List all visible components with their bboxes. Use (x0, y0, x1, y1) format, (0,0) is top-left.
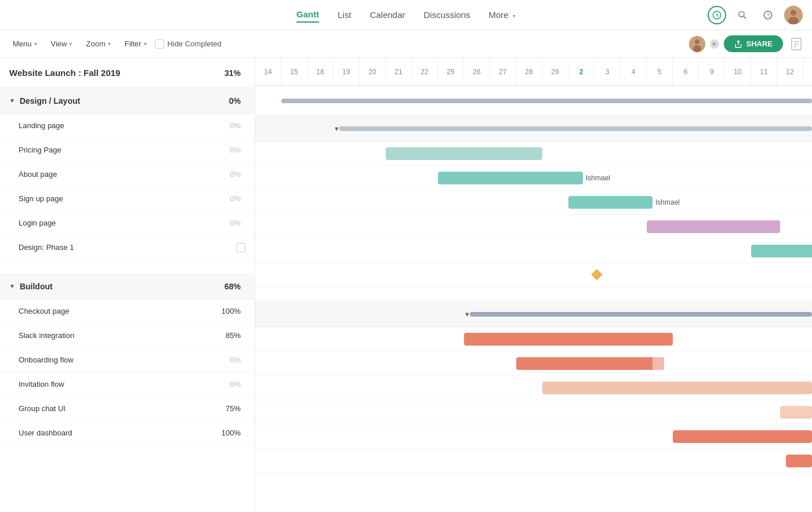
svg-point-9 (695, 39, 699, 44)
collapse-icon: ▼ (9, 283, 15, 289)
filter-chevron-icon: ▾ (144, 41, 147, 47)
task-onboarding-flow[interactable]: Onboarding flow 0% (0, 348, 255, 372)
help-icon[interactable]: ? (759, 6, 777, 24)
top-nav-right: ? (708, 6, 803, 24)
top-nav: Gantt List Calendar Discussions More ▾ ? (0, 0, 812, 30)
task-checkout-page[interactable]: Checkout page 100% (0, 299, 255, 324)
invitation-bar (780, 406, 812, 419)
date-3: 3 (594, 58, 621, 85)
svg-line-2 (744, 16, 746, 18)
task-landing-page[interactable]: Landing page 0% (0, 114, 255, 138)
user-avatar-small[interactable] (689, 36, 705, 52)
spacer (0, 260, 255, 274)
gantt-task-designphase-row (255, 263, 812, 288)
collapse-icon: ▼ (9, 97, 15, 104)
about-label: Ishmael (655, 198, 680, 206)
share-button[interactable]: SHARE (724, 35, 783, 52)
gantt-task-checkout-row (255, 327, 812, 351)
svg-text:▾: ▾ (712, 40, 716, 48)
checkout-bar (464, 333, 673, 346)
login-bar (751, 245, 812, 257)
gantt-task-onboarding-row (255, 376, 812, 400)
date-18: 18 (307, 58, 334, 85)
group2-gantt-bar (470, 312, 812, 317)
document-icon[interactable] (788, 35, 805, 53)
svg-text:?: ? (767, 12, 770, 18)
gantt-task-pricing-row: Ishmael (255, 166, 812, 190)
date-10: 10 (725, 58, 751, 85)
main-content: Website Launch : Fall 2019 31% ▼ Design … (0, 58, 812, 512)
userdash-bar (786, 455, 812, 467)
about-bar (568, 196, 652, 209)
pricing-label: Ishmael (586, 174, 610, 182)
gantt-task-landing-row (255, 141, 812, 166)
group-name: Buildout (20, 282, 211, 291)
filter-button[interactable]: Filter ▾ (119, 37, 153, 51)
gantt-panel: 14 15 18 19 20 21 22 25 26 27 28 29 2 3 … (255, 58, 812, 512)
date-27: 27 (490, 58, 516, 85)
tab-calendar[interactable]: Calendar (370, 8, 405, 22)
gantt-header: 14 15 18 19 20 21 22 25 26 27 28 29 2 3 … (255, 58, 812, 86)
task-design-phase1[interactable]: Design: Phase 1 (0, 235, 255, 260)
task-user-dashboard[interactable]: User dashboard 100% (0, 421, 255, 445)
task-pricing-page[interactable]: Pricing Page 0% (0, 138, 255, 162)
hide-completed-checkbox[interactable] (155, 39, 164, 49)
task-login-page[interactable]: Login page 0% (0, 211, 255, 235)
toolbar: Menu ▾ View ▾ Zoom ▾ Filter ▾ Hide Compl… (0, 30, 812, 58)
tab-list[interactable]: List (338, 8, 351, 22)
gantt-task-login-row (255, 239, 812, 263)
date-2: 2 (568, 58, 594, 85)
date-29: 29 (542, 58, 568, 85)
svg-point-10 (693, 45, 701, 52)
pricing-bar (438, 172, 583, 184)
chevron-down-icon: ▾ (513, 13, 516, 19)
task-checkbox[interactable] (236, 243, 245, 252)
milestone-diamond (591, 268, 603, 280)
signup-bar (647, 220, 780, 233)
tab-more[interactable]: More ▾ (489, 8, 516, 22)
groupchat-bar (673, 430, 812, 443)
slack-bar (516, 357, 664, 370)
view-button[interactable]: View ▾ (45, 37, 78, 51)
date-6: 6 (673, 58, 699, 85)
project-percent: 31% (211, 68, 245, 78)
gantt-task-signup-row (255, 215, 812, 239)
group-design-layout[interactable]: ▼ Design / Layout 0% (0, 88, 255, 114)
zoom-button[interactable]: Zoom ▾ (80, 37, 116, 51)
date-4: 4 (621, 58, 647, 85)
date-20: 20 (360, 58, 386, 85)
date-14: 14 (255, 58, 281, 85)
gantt-task-groupchat-row (255, 424, 812, 449)
nav-tabs: Gantt List Calendar Discussions More ▾ (296, 7, 516, 23)
tab-discussions[interactable]: Discussions (424, 8, 470, 22)
menu-button[interactable]: Menu ▾ (7, 37, 43, 51)
gantt-body: ▼ Ishmael Ishmael (255, 86, 812, 473)
gantt-project-row (255, 86, 812, 116)
tab-gantt[interactable]: Gantt (296, 7, 319, 23)
hide-completed-toggle[interactable]: Hide Completed (155, 39, 222, 49)
gantt-spacer-row (255, 288, 812, 302)
add-user-icon[interactable]: ▾ (710, 39, 719, 49)
avatar[interactable] (784, 6, 803, 24)
svg-point-1 (739, 12, 744, 17)
clock-icon[interactable] (708, 6, 726, 24)
task-slack-integration[interactable]: Slack integration 85% (0, 324, 255, 348)
gantt-task-about-row: Ishmael (255, 190, 812, 215)
date-21: 21 (386, 58, 412, 85)
date-15: 15 (281, 58, 307, 85)
date-19: 19 (334, 58, 360, 85)
date-12: 12 (777, 58, 803, 85)
task-signup-page[interactable]: Sign up page 0% (0, 187, 255, 211)
group-buildout[interactable]: ▼ Buildout 68% (0, 274, 255, 299)
project-row: Website Launch : Fall 2019 31% (0, 58, 255, 88)
gantt-group1-row: ▼ (255, 116, 812, 141)
task-group-chat-ui[interactable]: Group chat UI 75% (0, 397, 255, 421)
group-percent: 0% (211, 96, 245, 106)
task-invitation-flow[interactable]: Invitation flow 0% (0, 372, 255, 397)
search-icon[interactable] (733, 6, 752, 24)
view-chevron-icon: ▾ (69, 41, 72, 47)
date-25: 25 (438, 58, 464, 85)
group1-gantt-bar (339, 126, 812, 131)
gantt-group2-row: ▼ (255, 302, 812, 327)
task-about-page[interactable]: About page 0% (0, 162, 255, 187)
